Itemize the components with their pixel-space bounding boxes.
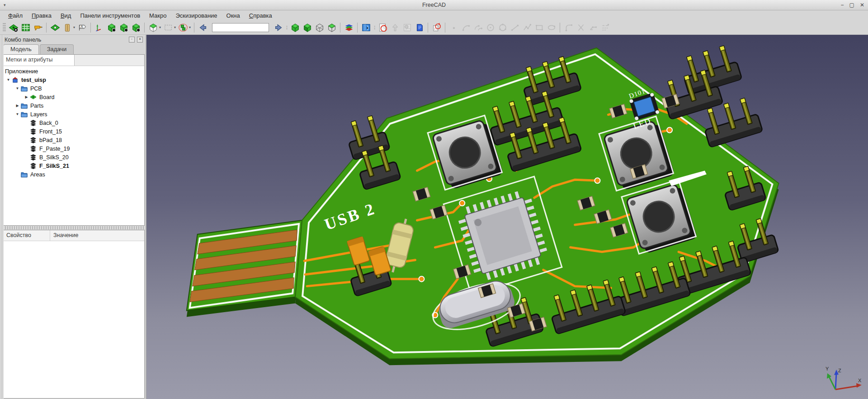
maximize-button[interactable]: ▢ — [849, 2, 854, 8]
stepup-group-export-icon[interactable] — [177, 21, 189, 33]
toolbar-handle[interactable]: ⁞ — [286, 25, 287, 30]
dropdown-arrow-icon[interactable]: ▾ — [159, 25, 161, 29]
toolbar-separator — [194, 23, 194, 33]
tree-item-test-uisp[interactable]: ▼test_uisp — [3, 76, 144, 84]
toolbar-separator — [46, 23, 47, 33]
tab-model[interactable]: Модель — [3, 44, 39, 54]
edit-sketch-icon[interactable] — [413, 21, 425, 33]
menu-item-windows[interactable]: Окна — [222, 11, 245, 20]
stepup-export-step-2-icon[interactable] — [118, 21, 130, 33]
svg-text:A: A — [80, 25, 83, 29]
property-column-header[interactable]: Свойство — [3, 230, 50, 241]
texture-mapping-icon[interactable] — [360, 21, 372, 33]
create-arc-3pt-icon — [472, 21, 484, 33]
create-polyline-icon — [521, 21, 533, 33]
tree-item-bpad-18[interactable]: bPad_18 — [3, 136, 144, 144]
menu-item-help[interactable]: Справка — [245, 11, 277, 20]
folder-icon — [21, 111, 28, 118]
menu-item-view[interactable]: Вид — [56, 11, 76, 20]
tree-item-f-paste-19[interactable]: F_Paste_19 — [3, 144, 144, 153]
expand-arrow[interactable]: ▶ — [23, 95, 30, 99]
pcb-3d-view: USB 2 D101 LED — [146, 35, 868, 399]
menu-item-file[interactable]: Файл — [4, 11, 27, 20]
expand-arrow[interactable]: ▼ — [14, 86, 21, 90]
tree-item-front-15[interactable]: Front_15 — [3, 127, 144, 136]
tree-item-b-silks-20[interactable]: B_SilkS_20 — [3, 153, 144, 162]
tree-item-pcb[interactable]: ▼PCB — [3, 84, 144, 93]
toolbar-handle[interactable]: ⁞ — [374, 25, 375, 30]
tree-item-label: Layers — [30, 111, 47, 118]
stepup-export-step-3-icon[interactable] — [130, 21, 142, 33]
toolbar-separator — [445, 23, 445, 33]
tree-item-parts[interactable]: ▶Parts — [3, 101, 144, 110]
window-title: FreeCAD — [0, 2, 868, 8]
stepup-panel-icon[interactable] — [61, 21, 73, 33]
tree-item-layers[interactable]: ▼Layers — [3, 110, 144, 119]
folder-icon — [21, 85, 28, 92]
axis-z-label: Z — [838, 368, 841, 373]
nav-forward-icon[interactable] — [272, 21, 284, 33]
axis-x-label: X — [858, 378, 862, 383]
menu-item-macro[interactable]: Макро — [145, 11, 171, 20]
panel-splitter[interactable] — [3, 226, 145, 229]
minimize-button[interactable]: − — [841, 2, 844, 8]
create-line-icon — [509, 21, 521, 33]
expand-arrow[interactable]: ▼ — [5, 78, 12, 82]
tree-item-label: Areas — [30, 171, 45, 178]
layer-icon — [30, 162, 38, 169]
tab-tasks[interactable]: Задачи — [40, 44, 74, 54]
stepup-board-export-icon[interactable] — [49, 21, 61, 33]
annotation-flag-icon[interactable]: A — [76, 21, 88, 33]
tree-item-back-0[interactable]: Back_0 — [3, 119, 144, 127]
view-style-shaded-icon[interactable] — [301, 21, 313, 33]
menu-item-toolbars[interactable]: Панели инструментов — [75, 11, 145, 20]
new-sketch-icon[interactable] — [377, 21, 389, 33]
tree-item-label: PCB — [30, 86, 42, 92]
stepup-text-input[interactable] — [212, 23, 269, 32]
tree-item-label: B_SilkS_20 — [39, 154, 69, 161]
draw-style-icon[interactable] — [343, 21, 355, 33]
dropdown-arrow-icon[interactable]: ▾ — [189, 25, 191, 29]
tree-item-приложение[interactable]: Приложение — [3, 67, 144, 76]
create-ellipse-icon — [545, 21, 557, 33]
menu-item-edit[interactable]: Правка — [27, 11, 56, 20]
tree-header-label: Метки и атрибуты — [3, 55, 75, 66]
tree-header[interactable]: Метки и атрибуты — [3, 55, 144, 66]
stepup-export-step-1-icon[interactable] — [105, 21, 118, 33]
leave-sketch-icon — [389, 21, 401, 33]
toolbar-handle[interactable] — [3, 23, 6, 32]
map-sketch-icon[interactable] — [430, 21, 443, 33]
float-panel-icon[interactable]: ▫ — [129, 37, 135, 43]
doc-icon — [12, 76, 19, 83]
combo-panel-title: Комбо панель — [5, 37, 41, 43]
property-panel: Свойство Значение — [3, 230, 145, 399]
view-style-wireframe-icon[interactable] — [313, 21, 326, 33]
toolbar-separator — [428, 23, 428, 33]
expand-arrow[interactable]: ▼ — [14, 112, 21, 116]
dock-grip[interactable] — [2, 35, 4, 399]
stepup-axis-icon[interactable] — [93, 21, 105, 33]
nav-back-icon[interactable] — [197, 21, 209, 33]
tree-item-areas[interactable]: Areas — [3, 170, 144, 179]
close-button[interactable]: ✕ — [860, 2, 864, 8]
value-column-header[interactable]: Значение — [50, 230, 144, 241]
axis-indicator: Y Z X — [820, 359, 863, 397]
close-panel-icon[interactable]: ✕ — [137, 37, 143, 43]
dropdown-arrow-icon[interactable]: ▾ — [73, 25, 75, 29]
toolbar-separator — [340, 23, 340, 33]
tree-item-board[interactable]: ▶Board — [3, 93, 144, 101]
menu-item-sketching[interactable]: Эскизирование — [171, 11, 222, 20]
dropdown-arrow-icon[interactable]: ▾ — [174, 25, 176, 29]
tree-item-f-silks-21[interactable]: F_SilkS_21 — [3, 162, 144, 170]
expand-arrow[interactable]: ▶ — [14, 104, 21, 108]
view-style-solid-icon[interactable] — [289, 21, 301, 33]
create-circle-3pt-icon — [496, 21, 509, 33]
stepup-spreadsheet-icon[interactable] — [19, 21, 32, 33]
3d-viewport[interactable]: USB 2 D101 LED Y Z X — [146, 35, 868, 399]
folder-icon — [21, 102, 28, 109]
main-toolbar: ▾A▾▾▾⁞⁞ — [0, 20, 868, 35]
stepup-drill-icon[interactable] — [32, 21, 44, 33]
view-style-hiddenline-icon[interactable] — [326, 21, 338, 33]
stepup-load-board-icon[interactable] — [7, 21, 19, 33]
stepup-open-step-icon[interactable] — [147, 21, 159, 33]
